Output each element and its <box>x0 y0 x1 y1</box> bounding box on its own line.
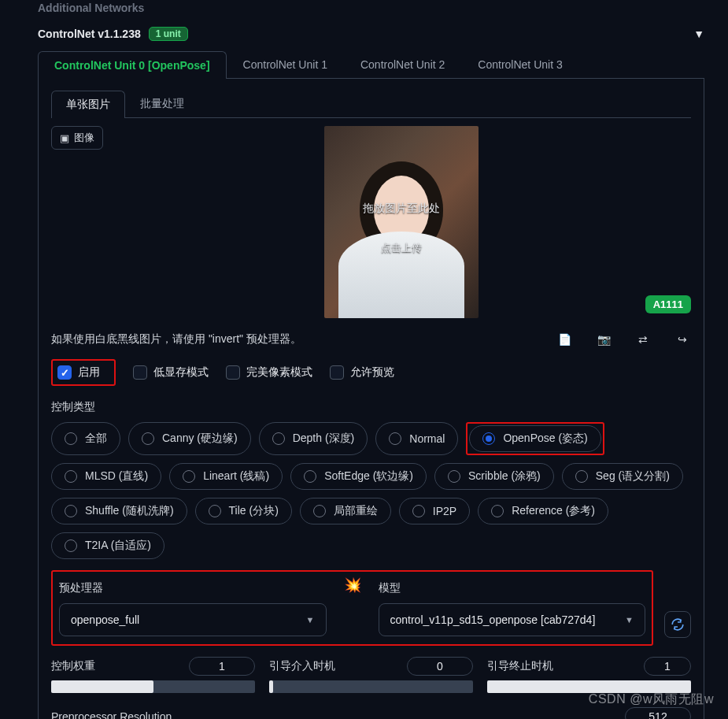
guidance-start-slider[interactable] <box>269 680 473 693</box>
send-icon[interactable]: ↪ <box>674 331 691 348</box>
checkbox-icon <box>226 365 240 380</box>
chevron-down-icon: ▼ <box>693 28 704 40</box>
control-type-radio-group: 全部Canny (硬边缘)Depth (深度)NormalOpenPose (姿… <box>51 422 691 559</box>
tab-unit-2[interactable]: ControlNet Unit 2 <box>344 50 461 78</box>
control-type-option-label: Reference (参考) <box>512 504 595 518</box>
control-type-option-label: Normal <box>409 432 445 445</box>
unit-count-badge: 1 unit <box>149 27 188 41</box>
radio-icon <box>65 432 77 445</box>
control-type-option[interactable]: IP2P <box>399 498 470 524</box>
radio-icon <box>448 470 460 483</box>
enable-highlight: 启用 <box>51 359 116 386</box>
preprocessor-label: 预处理器 <box>59 581 327 595</box>
control-type-option-label: MLSD (直线) <box>85 469 148 484</box>
refresh-models-button[interactable] <box>664 611 691 638</box>
caret-down-icon: ▼ <box>625 615 634 624</box>
control-type-option[interactable]: Lineart (线稿) <box>169 463 283 490</box>
checkbox-icon <box>330 365 344 380</box>
radio-icon <box>313 505 326 517</box>
radio-icon <box>209 505 221 517</box>
new-canvas-button[interactable]: 📄 <box>556 331 573 348</box>
tab-unit-0[interactable]: ControlNet Unit 0 [OpenPose] <box>38 51 227 79</box>
tab-batch[interactable]: 批量处理 <box>125 90 199 117</box>
guidance-end-slider[interactable] <box>487 680 691 693</box>
checkbox-checked-icon <box>57 365 72 380</box>
control-type-option-label: 局部重绘 <box>334 504 378 518</box>
image-mode-tabs: 单张图片 批量处理 <box>51 90 691 118</box>
radio-icon <box>304 470 316 483</box>
radio-icon <box>272 432 285 445</box>
image-dropzone[interactable]: 拖放图片至此处 点击上传 <box>111 126 691 318</box>
control-type-option[interactable]: Seg (语义分割) <box>562 463 683 490</box>
control-type-option[interactable]: MLSD (直线) <box>51 463 161 490</box>
control-type-option[interactable]: Scribble (涂鸦) <box>434 463 554 490</box>
guidance-end-value[interactable]: 1 <box>644 657 691 676</box>
controlnet-unit-tabs: ControlNet Unit 0 [OpenPose] ControlNet … <box>38 50 704 79</box>
radio-icon <box>491 505 504 517</box>
preprocessor-select[interactable]: openpose_full ▼ <box>59 603 327 636</box>
drop-hint-text: 拖放图片至此处 <box>363 202 440 216</box>
control-type-option[interactable]: Normal <box>375 422 458 455</box>
guidance-start-label: 引导介入时机 <box>269 659 335 673</box>
tab-unit-3[interactable]: ControlNet Unit 3 <box>461 50 578 78</box>
radio-icon <box>575 470 588 483</box>
webcam-button[interactable]: 📷 <box>595 331 612 348</box>
tab-single-image[interactable]: 单张图片 <box>51 91 125 118</box>
model-label: 模型 <box>379 581 646 595</box>
run-preprocessor-button[interactable]: 💥 <box>341 576 364 636</box>
control-type-option-label: Tile (分块) <box>229 504 279 518</box>
control-type-option-label: Depth (深度) <box>293 432 355 446</box>
guidance-end-label: 引导终止时机 <box>487 659 553 673</box>
control-weight-slider[interactable] <box>51 680 255 693</box>
control-type-option[interactable]: 全部 <box>51 422 120 455</box>
control-type-option-label: T2IA (自适应) <box>85 539 151 553</box>
radio-icon <box>482 432 495 445</box>
lowvram-checkbox[interactable]: 低显存模式 <box>133 365 209 380</box>
image-icon: ▣ <box>60 132 69 144</box>
image-preview[interactable]: 拖放图片至此处 点击上传 <box>324 126 479 318</box>
control-type-option[interactable]: Depth (深度) <box>259 422 368 455</box>
control-type-option[interactable]: 局部重绘 <box>300 498 391 524</box>
control-type-option[interactable]: Tile (分块) <box>195 498 292 524</box>
control-type-option[interactable]: Shuffle (随机洗牌) <box>51 498 187 524</box>
radio-icon <box>183 470 195 483</box>
controlnet-panel: 单张图片 批量处理 ▣ 图像 拖放图片至此处 点击上传 A1111 如果使用白底… <box>38 79 704 719</box>
control-type-option-label: IP2P <box>433 505 456 517</box>
checkbox-icon <box>133 365 147 380</box>
control-type-option-label: Canny (硬边缘) <box>162 432 238 446</box>
control-type-option-label: Lineart (线稿) <box>203 469 269 484</box>
radio-icon <box>65 539 77 552</box>
control-type-option[interactable]: Canny (硬边缘) <box>128 422 251 455</box>
control-type-option[interactable]: SoftEdge (软边缘) <box>290 463 427 490</box>
radio-icon <box>65 470 77 483</box>
control-type-option-label: SoftEdge (软边缘) <box>324 469 413 484</box>
click-upload-text: 点击上传 <box>381 241 422 255</box>
control-type-option-label: OpenPose (姿态) <box>503 432 587 446</box>
radio-icon <box>65 505 77 517</box>
preprocessor-resolution-value[interactable]: 512 <box>625 707 691 719</box>
model-select[interactable]: control_v11p_sd15_openpose [cab727d4] ▼ <box>379 603 646 636</box>
allow-preview-checkbox[interactable]: 允许预览 <box>330 365 394 380</box>
control-type-option-label: Seg (语义分割) <box>596 469 670 484</box>
control-type-option-label: 全部 <box>85 432 107 446</box>
tab-unit-1[interactable]: ControlNet Unit 1 <box>227 50 344 78</box>
openpose-highlight: OpenPose (姿态) <box>466 422 604 455</box>
radio-icon <box>142 432 154 445</box>
guidance-start-value[interactable]: 0 <box>407 657 473 676</box>
preprocessor-resolution-label: Preprocessor Resolution <box>51 710 172 719</box>
additional-networks-header[interactable]: Additional Networks <box>38 0 704 20</box>
radio-icon <box>389 432 401 445</box>
control-weight-label: 控制权重 <box>51 659 95 673</box>
swap-icon[interactable]: ⇄ <box>634 331 652 348</box>
caret-down-icon: ▼ <box>306 615 315 624</box>
control-type-option[interactable]: OpenPose (姿态) <box>469 425 601 452</box>
enable-checkbox[interactable]: 启用 <box>57 365 100 380</box>
control-type-option[interactable]: Reference (参考) <box>478 498 608 524</box>
pixel-perfect-checkbox[interactable]: 完美像素模式 <box>226 365 312 380</box>
control-weight-value[interactable]: 1 <box>189 657 255 676</box>
controlnet-accordion-header[interactable]: ControlNet v1.1.238 1 unit ▼ <box>38 20 704 50</box>
radio-icon <box>412 505 425 517</box>
control-type-option[interactable]: T2IA (自适应) <box>51 532 164 559</box>
control-type-option-label: Shuffle (随机洗牌) <box>85 504 174 518</box>
image-field-label: ▣ 图像 <box>51 126 103 150</box>
